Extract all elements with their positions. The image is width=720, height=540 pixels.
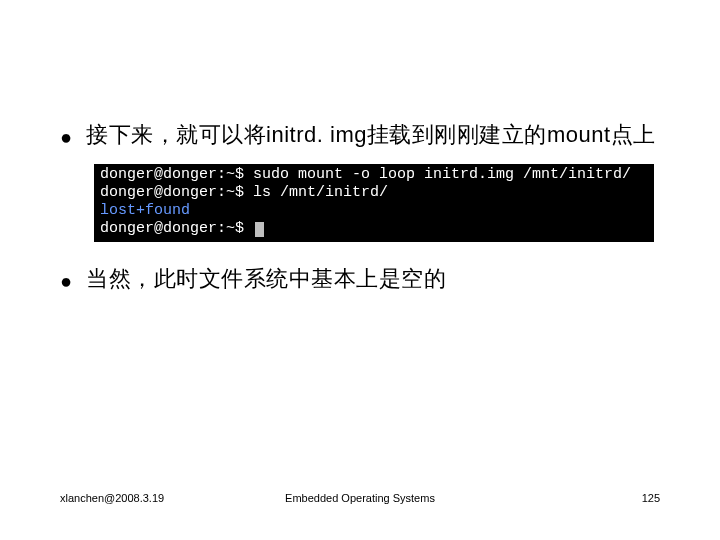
terminal-block: donger@donger:~$ sudo mount -o loop init… — [94, 164, 654, 242]
bullet-text: 接下来，就可以将initrd. img挂载到刚刚建立的mount点上 — [86, 120, 656, 150]
term-prompt: donger@donger:~$ — [100, 184, 253, 201]
term-prompt: donger@donger:~$ — [100, 166, 253, 183]
term-command: sudo mount -o loop initrd.img /mnt/initr… — [253, 166, 631, 183]
slide-content: ● 接下来，就可以将initrd. img挂载到刚刚建立的mount点上 don… — [0, 0, 720, 296]
footer-right: 125 — [642, 492, 660, 504]
bullet-marker-icon: ● — [60, 122, 72, 152]
slide: ● 接下来，就可以将initrd. img挂载到刚刚建立的mount点上 don… — [0, 0, 720, 540]
bullet-marker-icon: ● — [60, 266, 72, 296]
term-command: ls /mnt/initrd/ — [253, 184, 388, 201]
bullet-item: ● 当然，此时文件系统中基本上是空的 — [60, 264, 660, 296]
slide-footer: xlanchen@2008.3.19 Embedded Operating Sy… — [60, 492, 660, 504]
cursor-icon — [255, 222, 264, 237]
term-prompt: donger@donger:~$ — [100, 220, 253, 237]
bullet-text: 当然，此时文件系统中基本上是空的 — [86, 264, 446, 294]
bullet-item: ● 接下来，就可以将initrd. img挂载到刚刚建立的mount点上 — [60, 120, 660, 152]
term-output: lost+found — [100, 202, 190, 219]
footer-left: xlanchen@2008.3.19 — [60, 492, 164, 504]
